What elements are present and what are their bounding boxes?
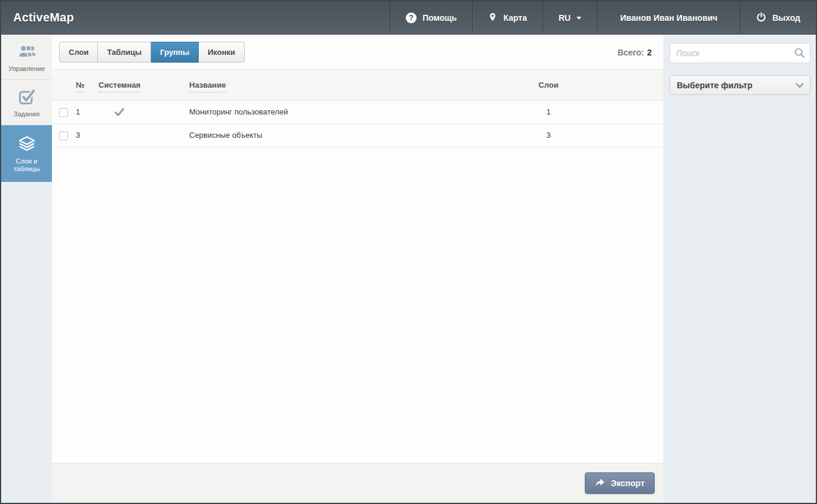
- task-checkbox-icon: [3, 88, 50, 106]
- export-button[interactable]: Экспорт: [585, 472, 655, 494]
- table-header-row: № Системная Название Слои: [52, 70, 664, 100]
- system-check-icon: [114, 107, 125, 117]
- row-system-cell: [98, 123, 189, 147]
- top-navbar: ActiveMap ? Помощь Карта RU Иванов Иван …: [1, 1, 816, 35]
- nav-user-name: Иванов Иван Иванович: [620, 13, 717, 23]
- column-header-number[interactable]: №: [76, 81, 85, 92]
- row-checkbox[interactable]: [59, 131, 68, 140]
- footer-bar: Экспорт: [52, 463, 664, 503]
- sidebar-item-tasks[interactable]: Задания: [1, 80, 52, 125]
- navbar-menu: ? Помощь Карта RU Иванов Иван Иванович: [390, 1, 816, 34]
- row-name: Сервисные объекты: [189, 123, 513, 147]
- panel-divider: [670, 104, 810, 105]
- sidebar-item-label: Задания: [3, 110, 50, 118]
- left-sidebar: Управление Задания: [1, 35, 52, 503]
- tab-groups[interactable]: Группы: [151, 42, 199, 63]
- row-number: 3: [76, 123, 98, 147]
- column-header-system[interactable]: Системная: [98, 81, 140, 92]
- total-count-label: Всего:: [618, 48, 645, 57]
- sidebar-item-management[interactable]: Управление: [1, 35, 52, 80]
- column-header-name[interactable]: Название: [189, 81, 226, 92]
- groups-table: № Системная Название Слои 1 Монит: [52, 70, 664, 147]
- filter-dropdown[interactable]: Выберите фильтр: [670, 75, 810, 95]
- power-icon: [756, 12, 766, 24]
- help-icon: ?: [406, 13, 417, 23]
- app-logo: ActiveMap: [13, 11, 74, 24]
- search-box: [670, 43, 810, 63]
- table-row[interactable]: 1 Мониторинг пользователей 1: [52, 100, 664, 123]
- activemap-window: ActiveMap ? Помощь Карта RU Иванов Иван …: [0, 0, 817, 504]
- table-empty-area: [52, 147, 664, 463]
- nav-logout[interactable]: Выход: [740, 1, 816, 34]
- nav-language-selector[interactable]: RU: [542, 1, 597, 34]
- row-name: Мониторинг пользователей: [189, 100, 513, 123]
- right-panel: Выберите фильтр: [664, 35, 816, 503]
- panel-divider: [670, 69, 810, 70]
- nav-map-label: Карта: [503, 13, 527, 23]
- sidebar-item-label: Управление: [3, 65, 50, 73]
- row-layers-count: 3: [513, 123, 584, 147]
- row-checkbox[interactable]: [59, 108, 68, 117]
- tab-icons[interactable]: Иконки: [199, 42, 245, 63]
- caret-down-icon: [576, 17, 581, 20]
- search-icon[interactable]: [794, 47, 806, 61]
- nav-help-label: Помощь: [423, 13, 457, 23]
- sidebar-item-layers-tables[interactable]: Слои и таблицы: [1, 125, 52, 182]
- export-arrow-icon: [595, 478, 605, 488]
- tab-layers[interactable]: Слои: [59, 42, 98, 63]
- nav-map[interactable]: Карта: [472, 1, 542, 34]
- row-number: 1: [76, 100, 98, 123]
- total-count-value: 2: [647, 48, 652, 57]
- users-group-icon: [3, 42, 50, 60]
- row-system-cell: [98, 100, 189, 123]
- search-input[interactable]: [670, 43, 810, 63]
- sidebar-item-label: Слои и таблицы: [3, 157, 50, 173]
- column-header-layers: Слои: [538, 81, 558, 89]
- tab-bar: Слои Таблицы Группы Иконки: [59, 42, 245, 63]
- filter-dropdown-label: Выберите фильтр: [677, 81, 753, 90]
- nav-logout-label: Выход: [772, 13, 800, 23]
- toolbar: Слои Таблицы Группы Иконки Всего:2: [52, 35, 664, 70]
- layers-icon: [3, 135, 50, 153]
- export-button-label: Экспорт: [611, 478, 645, 488]
- row-layers-count: 1: [513, 100, 584, 123]
- nav-current-user[interactable]: Иванов Иван Иванович: [597, 1, 740, 34]
- total-count: Всего:2: [618, 48, 655, 57]
- nav-language-label: RU: [559, 13, 571, 23]
- map-pin-icon: [488, 11, 497, 24]
- nav-help[interactable]: ? Помощь: [390, 1, 473, 34]
- main-panel: Слои Таблицы Группы Иконки Всего:2 №: [52, 35, 664, 503]
- chevron-down-icon: [796, 81, 804, 90]
- table-row[interactable]: 3 Сервисные объекты 3: [52, 123, 664, 147]
- tab-tables[interactable]: Таблицы: [98, 42, 151, 63]
- column-header-checkbox: [52, 70, 76, 100]
